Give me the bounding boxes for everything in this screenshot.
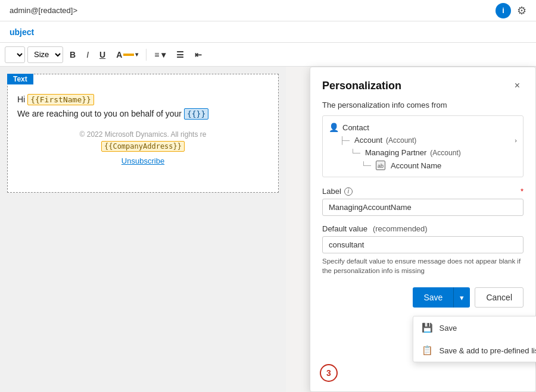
subject-label: ubject	[10, 27, 34, 37]
tree-children-contact: ├─ Account (Account) › └─ Managing Partn…	[339, 134, 517, 172]
required-star: *	[521, 187, 523, 196]
tree-children-account: └─ Managing Partner (Account) └─ ab Acco…	[350, 146, 517, 172]
panel-header: Personalization ×	[322, 79, 523, 92]
tree-connector-3: └─	[361, 161, 371, 170]
save-icon: 💾	[422, 322, 433, 333]
top-bar: admin@[redacted]> i ⚙	[0, 0, 536, 21]
tree-item-managing-partner[interactable]: └─ Managing Partner (Account)	[350, 146, 517, 159]
italic-button[interactable]: I	[82, 46, 93, 63]
info-icon[interactable]: i	[496, 3, 511, 18]
gear-icon[interactable]: ⚙	[517, 4, 526, 17]
editor-content-box[interactable]: Text Hi {{FirstName}} We are reaching ou…	[7, 74, 279, 193]
save-dropdown-menu: 💾 Save 📋 Save & add to pre-defined list	[413, 316, 536, 362]
email-display: admin@[redacted]>	[10, 6, 77, 15]
editor-line-1: Hi {{FirstName}}	[17, 95, 269, 104]
account-label: Account	[354, 136, 382, 145]
subject-bar: ubject	[0, 21, 536, 43]
panel-title: Personalization	[322, 80, 401, 92]
default-value-hint: Specify default value to ensure message …	[322, 256, 523, 275]
firstname-tag[interactable]: {{FirstName}}	[27, 94, 94, 105]
bold-button[interactable]: B	[66, 46, 80, 63]
company-address-tag[interactable]: {{CompanyAddress}}	[101, 141, 185, 152]
tree-children-managing-partner: └─ ab Account Name	[361, 159, 517, 172]
panel-subtitle: The personalization info comes from	[322, 101, 523, 109]
unsubscribe-link[interactable]: Unsubscribe	[17, 156, 269, 165]
save-dropdown-item-save[interactable]: 💾 Save	[413, 316, 536, 339]
account-name-icon: ab	[376, 161, 385, 170]
label-input[interactable]	[322, 199, 523, 216]
tree-connector-1: ├─	[339, 136, 350, 145]
top-bar-icons: i ⚙	[496, 3, 526, 18]
tree-item-account-name[interactable]: └─ ab Account Name	[361, 159, 517, 172]
tree-connector-2: └─	[350, 149, 360, 157]
tree-item-account[interactable]: ├─ Account (Account) ›	[339, 134, 517, 146]
label-field-label: Label i *	[322, 187, 523, 196]
editor-footer: © 2022 Microsoft Dynamics. All rights re…	[17, 130, 269, 165]
save-dropdown-item-save-add[interactable]: 📋 Save & add to pre-defined list	[413, 339, 536, 362]
outdent-button[interactable]: ⇤	[191, 46, 206, 63]
step-badge: 3	[320, 364, 338, 382]
account-chevron: ›	[515, 137, 517, 144]
account-sub: (Account)	[386, 136, 416, 145]
default-value-field-section: Default value (recommended) Specify defa…	[322, 224, 523, 275]
cancel-button[interactable]: Cancel	[475, 287, 523, 308]
save-button[interactable]: Save	[413, 287, 453, 308]
save-add-icon: 📋	[422, 345, 433, 356]
align-button[interactable]: ≡ ▾	[150, 46, 170, 63]
managing-partner-label: Managing Partner	[365, 148, 426, 157]
close-button[interactable]: ×	[511, 79, 523, 92]
contact-label: Contact	[342, 123, 369, 132]
default-value-label: Default value (recommended)	[322, 224, 523, 233]
editor-toolbar: Size B I U A ▾ ≡ ▾ ☰ ⇤	[0, 43, 536, 67]
save-button-group: Save ▾ 💾 Save 📋 Save & add to pre-define…	[413, 287, 470, 308]
font-color-button[interactable]: A ▾	[112, 46, 142, 63]
personalization-tree: 👤 Contact ├─ Account (Account) › └─ Mana…	[322, 115, 523, 177]
label-field-section: Label i *	[322, 187, 523, 216]
default-label-suffix: (recommended)	[373, 224, 428, 233]
list-button[interactable]: ☰	[172, 46, 188, 63]
default-value-input[interactable]	[322, 236, 523, 253]
color-underline	[123, 54, 134, 56]
editor-line-2: We are reaching out to you on behalf of …	[17, 109, 269, 118]
label-info-icon: i	[344, 187, 353, 196]
font-select[interactable]	[5, 46, 25, 63]
underline-button[interactable]: U	[95, 46, 110, 63]
tree-item-contact[interactable]: 👤 Contact	[329, 121, 517, 134]
managing-partner-sub: (Account)	[430, 149, 460, 157]
editor-panel: Text Hi {{FirstName}} We are reaching ou…	[0, 67, 286, 392]
main-layout: Text Hi {{FirstName}} We are reaching ou…	[0, 67, 536, 392]
save-dropdown-toggle[interactable]: ▾	[453, 287, 470, 308]
font-color-chevron: ▾	[135, 51, 138, 58]
size-select[interactable]: Size	[27, 46, 63, 63]
toolbar-separator-1	[146, 49, 147, 61]
text-badge: Text	[7, 74, 33, 84]
contact-icon: 👤	[329, 123, 339, 132]
placeholder-tag[interactable]: {{}}	[184, 108, 208, 120]
account-name-label: Account Name	[391, 161, 441, 170]
personalization-panel: Personalization × The personalization in…	[310, 67, 536, 392]
button-row: Save ▾ 💾 Save 📋 Save & add to pre-define…	[322, 287, 523, 308]
